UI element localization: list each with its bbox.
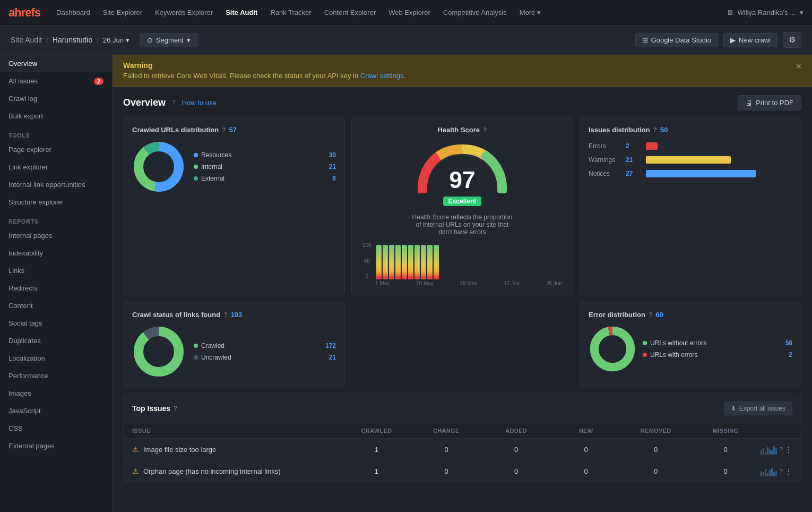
crawled-urls-card: Crawled URLs distribution ? 57 — [123, 117, 345, 295]
nav-item-more[interactable]: More ▾ — [514, 5, 546, 20]
logo[interactable]: ahrefs — [8, 6, 40, 20]
breadcrumb-date[interactable]: 26 Jun ▾ — [103, 36, 129, 44]
sidebar-item-bulk-export[interactable]: Bulk export — [0, 107, 112, 125]
chevron-down-icon: ▾ — [187, 36, 191, 44]
col-missing: Missing — [690, 428, 761, 434]
issue-label-1[interactable]: ⚠ Image file size too large — [132, 445, 342, 454]
sidebar-item-all-issues[interactable]: All issues 2 — [0, 72, 112, 90]
row-menu-icon-1[interactable]: ⋮ — [785, 446, 792, 454]
sidebar-item-external-pages[interactable]: External pages — [0, 437, 112, 455]
sidebar-item-javascript[interactable]: JavaScript — [0, 402, 112, 420]
chevron-down-icon[interactable]: ▾ — [800, 8, 804, 16]
sidebar-item-indexability[interactable]: Indexability — [0, 244, 112, 262]
new-crawl-button[interactable]: ▶ New crawl — [723, 33, 778, 47]
export-all-issues-button[interactable]: ⬇ Export all issues — [724, 402, 792, 415]
added-val-1: 0 — [481, 446, 551, 454]
print-to-pdf-button[interactable]: 🖨 Print to PDF — [738, 95, 801, 110]
row-info-icon-2[interactable]: ? — [779, 467, 783, 475]
row-info-icon-1[interactable]: ? — [779, 446, 783, 454]
nav-item-dashboard[interactable]: Dashboard — [51, 5, 96, 20]
breadcrumb-actions: ⊞ Google Data Studio ▶ New crawl ⚙ — [635, 32, 801, 48]
segment-button[interactable]: ⊙ Segment ▾ — [140, 33, 197, 47]
issues-dist-title: Issues distribution — [589, 126, 650, 134]
breadcrumb-site-audit[interactable]: Site Audit — [11, 36, 42, 44]
print-icon: 🖨 — [746, 99, 753, 107]
sidebar-item-performance[interactable]: Performance — [0, 367, 112, 385]
breadcrumb-sep1: / — [46, 36, 48, 44]
crawl-settings-link[interactable]: Crawl settings — [360, 72, 404, 80]
top-issues-section: Top Issues ? ⬇ Export all issues Issue C… — [123, 394, 801, 482]
nav-item-keywords-explorer[interactable]: Keywords Explorer — [150, 5, 218, 20]
gds-button[interactable]: ⊞ Google Data Studio — [635, 33, 718, 47]
user-name[interactable]: Willya Randika's ... — [738, 8, 796, 16]
sidebar-item-content[interactable]: Content — [0, 297, 112, 314]
health-score-card: Health Score ? — [351, 117, 573, 295]
sidebar-item-structure-explorer[interactable]: Structure explorer — [0, 193, 112, 211]
sidebar-item-social-tags[interactable]: Social tags — [0, 314, 112, 332]
crawled-urls-donut-chart — [132, 140, 185, 193]
crawled-val-2: 1 — [342, 467, 412, 475]
warning-icon-2: ⚠ — [132, 467, 139, 475]
empty-middle — [351, 302, 573, 394]
breadcrumb-bar: Site Audit / Harunstudio / 26 Jun ▾ ⊙ Se… — [0, 25, 812, 55]
error-distribution-card: Error distribution ? 60 URLs without — [580, 302, 801, 387]
sidebar-item-link-explorer[interactable]: Link explorer — [0, 158, 112, 176]
breadcrumb-project[interactable]: Harunstudio — [53, 36, 93, 44]
nav-item-competitive-analysis[interactable]: Competitive Analysis — [438, 5, 512, 20]
issues-dist-info: ? — [653, 126, 657, 134]
new-val-2: 0 — [551, 467, 621, 475]
col-added: Added — [481, 428, 551, 434]
warning-banner: Warning Failed to retrieve Core Web Vita… — [113, 55, 812, 87]
sidebar-item-redirects[interactable]: Redirects — [0, 279, 112, 297]
segment-icon: ⊙ — [147, 36, 153, 44]
issues-distribution-card: Issues distribution ? 50 Errors 2 Warnin… — [580, 117, 801, 295]
sidebar-item-crawl-log[interactable]: Crawl log — [0, 90, 112, 107]
overview-info-icon: ? — [172, 99, 176, 107]
nav-item-web-explorer[interactable]: Web Explorer — [383, 5, 436, 20]
cards-row-2: Crawl status of links found ? 193 Cra — [113, 302, 812, 394]
sidebar-item-links[interactable]: Links — [0, 262, 112, 279]
change-val-2: 0 — [411, 467, 481, 475]
issues-dist-count: 50 — [660, 126, 668, 134]
missing-val-1: 0 — [690, 446, 761, 454]
row-actions-2: ? ⋮ — [761, 466, 792, 476]
sidebar-item-internal-link-opportunities[interactable]: Internal link opportunities — [0, 176, 112, 193]
tools-section-header: Tools — [0, 125, 112, 141]
nav-item-rank-tracker[interactable]: Rank Tracker — [265, 5, 316, 20]
health-score-description: Health Score reflects the proportion of … — [409, 214, 515, 236]
sidebar-item-overview[interactable]: Overview — [0, 55, 112, 72]
sidebar-item-page-explorer[interactable]: Page explorer — [0, 141, 112, 158]
table-row: ⚠ Image file size too large 1 0 0 0 0 0 … — [124, 439, 801, 460]
warning-icon-1: ⚠ — [132, 445, 139, 454]
crawl-status-info: ? — [223, 311, 227, 319]
all-issues-badge: 2 — [94, 78, 103, 85]
health-score-number: 97 — [450, 167, 476, 193]
how-to-use-link[interactable]: How to use — [182, 99, 217, 107]
nav-item-site-audit[interactable]: Site Audit — [220, 5, 263, 20]
top-nav: ahrefs Dashboard Site Explorer Keywords … — [0, 0, 812, 25]
crawled-urls-info: ? — [222, 126, 226, 134]
warning-message: Failed to retrieve Core Web Vitals. Plea… — [123, 72, 405, 80]
col-change: Change — [411, 428, 481, 434]
top-issues-header: Top Issues ? ⬇ Export all issues — [124, 394, 801, 423]
nav-item-site-explorer[interactable]: Site Explorer — [98, 5, 148, 20]
issue-label-2[interactable]: ⚠ Orphan page (has no incoming internal … — [132, 467, 342, 475]
sidebar-item-images[interactable]: Images — [0, 385, 112, 402]
error-dist-title: Error distribution — [589, 311, 645, 319]
col-new: New — [551, 428, 621, 434]
sidebar-item-duplicates[interactable]: Duplicates — [0, 332, 112, 349]
sidebar-item-css[interactable]: CSS — [0, 420, 112, 437]
top-issues-title-text: Top Issues — [132, 404, 170, 413]
sidebar-item-internal-pages[interactable]: Internal pages — [0, 227, 112, 244]
sidebar-item-localization[interactable]: Localization — [0, 349, 112, 367]
sparkline-2 — [761, 466, 777, 476]
error-dist-count: 60 — [655, 311, 663, 319]
settings-button[interactable]: ⚙ — [783, 32, 801, 48]
warning-close-button[interactable]: × — [796, 61, 801, 72]
nav-item-content-explorer[interactable]: Content Explorer — [319, 5, 382, 20]
removed-val-1: 0 — [621, 446, 691, 454]
reports-section-header: Reports — [0, 211, 112, 227]
row-menu-icon-2[interactable]: ⋮ — [785, 467, 792, 475]
error-dist-donut — [589, 325, 636, 373]
cards-row-1: Crawled URLs distribution ? 57 — [113, 117, 812, 302]
